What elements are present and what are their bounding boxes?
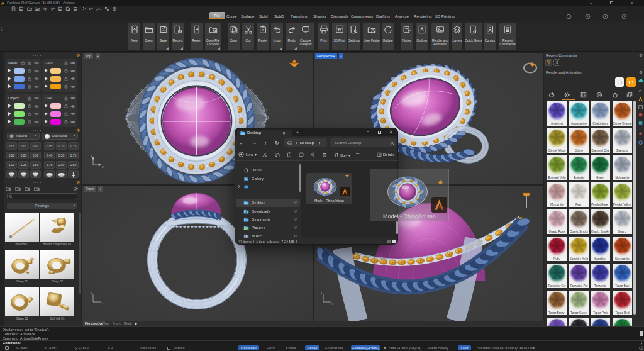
- svg-text:y: y: [91, 153, 92, 157]
- svg-text:C: C: [639, 89, 642, 93]
- svg-text:z: z: [321, 291, 323, 294]
- svg-text:y: y: [332, 301, 334, 305]
- svg-text:x: x: [102, 165, 104, 169]
- svg-text:z: z: [91, 291, 92, 294]
- svg-text:x: x: [102, 301, 104, 305]
